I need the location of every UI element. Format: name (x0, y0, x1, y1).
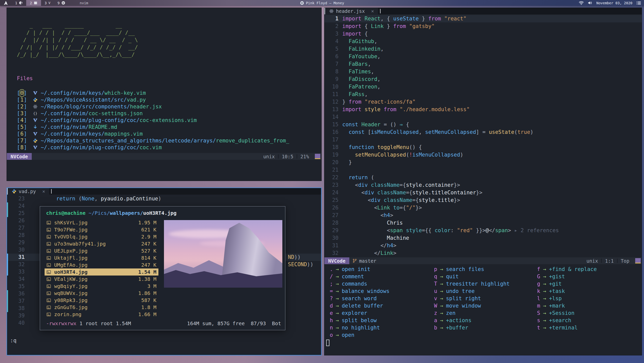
now-playing[interactable]: Pink Floyd – Money (300, 1, 344, 5)
tab-header-jsx[interactable]: header.jsx × (325, 8, 378, 14)
menu-icon[interactable] (636, 1, 641, 5)
code-token: FaLinkedin (349, 46, 380, 52)
whichkey-binding[interactable]: p→search files (434, 265, 484, 273)
whichkey-key: ; (330, 281, 333, 287)
code-token (406, 23, 409, 29)
file-entry[interactable]: UEJLpxP.jpg527 K (45, 247, 158, 254)
image-preview (164, 220, 282, 288)
whichkey-binding[interactable]: h→split below (330, 317, 377, 324)
whichkey-binding[interactable]: o→open (330, 331, 354, 339)
image-icon (47, 242, 51, 246)
whichkey-binding[interactable]: g→+git (537, 280, 562, 287)
code-token: , { (381, 16, 393, 22)
whichkey-binding[interactable]: ;→commands (330, 280, 367, 287)
code-token: )) (294, 254, 300, 260)
line-number: 19 (324, 151, 338, 159)
whichkey-binding[interactable]: W→move window (434, 302, 481, 309)
whichkey-binding[interactable]: u→undo tree (434, 287, 474, 295)
whichkey-binding[interactable]: s→+search (537, 317, 571, 324)
whichkey-binding[interactable]: /→comment (330, 273, 364, 280)
file-entry[interactable]: wqBUWVx.jpg1.86 M (45, 290, 158, 297)
code-token: > (508, 227, 514, 233)
arrow-right-icon: → (336, 288, 339, 294)
line-number: 4 (324, 38, 338, 45)
whichkey-binding[interactable]: G→+gist (537, 273, 565, 280)
code-token: > (393, 250, 396, 256)
whichkey-binding[interactable]: S→+Session (537, 309, 574, 317)
workspace-2[interactable]: 2 (26, 0, 41, 6)
whichkey-binding[interactable]: v→split right (434, 295, 481, 302)
whichkey-label: +actions (446, 317, 471, 323)
file-name: vad.py (127, 97, 146, 103)
whichkey-binding[interactable]: a→+actions (434, 317, 471, 324)
index-bracket: [ (17, 110, 20, 116)
recent-file-item[interactable]: [8]~/.config/nvim/plug-config/coc/coc.vi… (17, 144, 319, 151)
workspace-3[interactable]: 3V (41, 0, 54, 6)
code-text: FaGithub, (342, 38, 377, 45)
file-entry[interactable]: shKsVrL.jpg1.95 M (45, 219, 158, 226)
recent-file-item[interactable]: [7]~/Repos/data_structures_and_algorithm… (17, 137, 319, 144)
whichkey-binding[interactable]: =→balance windows (330, 287, 389, 295)
recent-file-item[interactable]: [5]~/.config/nvim/README.md (17, 124, 319, 130)
wifi-icon[interactable] (579, 1, 584, 5)
whichkey-binding[interactable]: k→+task (537, 287, 565, 295)
code-text: </h4> (342, 242, 396, 249)
tabline: vad.py × (7, 188, 321, 195)
whichkey-label: quit (446, 274, 459, 280)
code-token (342, 91, 349, 97)
recent-file-item[interactable]: [3]{}~/.config/nvim/coc-settings.json (17, 110, 319, 117)
close-icon[interactable]: × (371, 8, 374, 14)
whichkey-binding[interactable]: t→+terminal (537, 324, 578, 331)
tab-vad-py[interactable]: vad.py × (8, 188, 49, 195)
whichkey-binding[interactable]: d→delete buffer (330, 302, 383, 309)
code-buffer[interactable]: 1import React, { useState } from "react"… (324, 15, 642, 257)
statusline-divider (278, 154, 279, 158)
recent-file-item[interactable]: [1]~/Repos/VoiceAssistant/src/vad.py (17, 96, 319, 103)
code-line: 30 Machine (324, 234, 642, 242)
whichkey-row: .→open initp→search filesf→+find & repla… (324, 265, 642, 273)
workspace-9[interactable]: 9 (54, 0, 69, 6)
whichkey-binding[interactable]: f→+find & replace (537, 265, 597, 273)
file-entry[interactable]: zorin.png1.66 M (45, 311, 158, 318)
recent-file-item[interactable]: [2]~/Repos/blog/src/components/header.js… (17, 103, 319, 110)
recent-file-item[interactable]: [4]~/.config/nvim/plug-config/coc/coc-ex… (17, 117, 319, 124)
arrow-right-icon: → (543, 325, 546, 331)
whichkey-binding[interactable]: e→explorer (330, 309, 367, 317)
file-entry[interactable]: y08Rpk3.jpg587 K (45, 297, 158, 304)
code-text: FaBars, (342, 60, 371, 68)
line-number: 33 (7, 268, 25, 276)
file-entry[interactable]: T9o7FWe.jpg621 K (45, 226, 158, 233)
file-entry[interactable]: VEaljKW.jpg1.38 M (45, 276, 158, 283)
file-entry[interactable]: uoH3RT4.jpg1.54 M (45, 268, 158, 276)
whichkey-binding[interactable]: l→+lsp (537, 295, 562, 302)
recent-file-item[interactable]: [6]~/.config/nvim/keys/mappings.vim (17, 130, 319, 137)
whichkey-binding[interactable]: T→treesitter highlight (434, 280, 510, 287)
file-entry[interactable]: TvOVDlq.jpg2.9 M (45, 233, 158, 240)
code-token: setMenuCollapsed (425, 129, 476, 135)
file-entry[interactable]: UMgEfAo.jpg247 K (45, 261, 158, 268)
command-line[interactable]: :q (10, 338, 16, 344)
file-entry[interactable]: u7o3nwab7fy41.jpg247 K (45, 240, 158, 247)
workspace-1[interactable]: 1 (12, 0, 26, 6)
line-number: 26 (7, 217, 25, 224)
whichkey-binding[interactable]: q→quit (434, 273, 459, 280)
file-entry[interactable]: zGnGuT6.jpg1.8 M (45, 304, 158, 311)
code-token: ND (288, 254, 294, 260)
whichkey-binding[interactable]: b→+buffer (434, 324, 468, 331)
code-line: 3import { (324, 30, 642, 38)
whichkey-binding[interactable]: z→zen (434, 309, 456, 317)
whichkey-binding[interactable]: .→open init (330, 265, 370, 273)
file-entry[interactable]: wgBqiyY.jpg3 M (45, 283, 158, 290)
whichkey-binding[interactable]: m→+mark (537, 302, 565, 309)
whichkey-label: +terminal (549, 325, 578, 331)
whichkey-binding[interactable]: n→no highlight (330, 324, 380, 331)
clock-date: November 03, 2020 (596, 1, 632, 5)
recent-file-item[interactable]: [0]~/.config/nvim/keys/which-key.vim (17, 89, 319, 96)
volume-icon[interactable] (588, 1, 592, 5)
whichkey-binding[interactable]: ?→search word (330, 295, 377, 302)
close-icon[interactable]: × (42, 189, 45, 194)
code-token: ={ (400, 182, 406, 188)
file-entry[interactable]: UktajFl.jpg814 K (45, 254, 158, 261)
file-format: unix (263, 154, 275, 159)
user-host: chris@machine (46, 210, 86, 216)
